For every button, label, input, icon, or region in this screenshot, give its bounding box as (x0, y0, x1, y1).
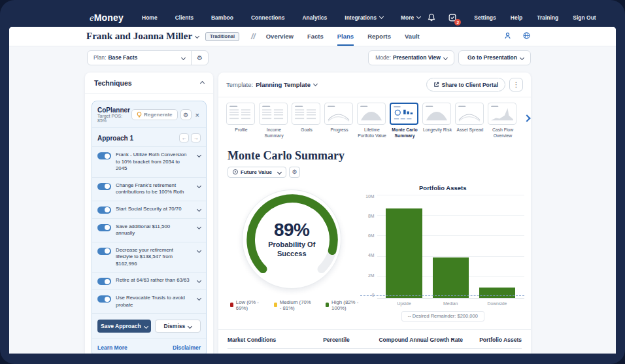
nav-item-connections[interactable]: Connections (251, 14, 284, 21)
nav-item-help[interactable]: Help (511, 14, 522, 21)
technique-label: Retire at 64/63 rather than 63/63 (116, 277, 190, 284)
slide-thumbnail-asset-spread[interactable]: Asset Spread (455, 103, 485, 133)
notification-badge: 2 (454, 19, 461, 25)
technique-row-5[interactable]: Decrease your retirement lifestyle to $1… (92, 242, 206, 273)
plot-area (377, 195, 524, 299)
tab-plans[interactable]: Plans (337, 27, 354, 46)
close-coplanner-button[interactable]: × (194, 111, 201, 119)
coplanner-settings-button[interactable]: ⚙ (180, 109, 192, 120)
more-options-button[interactable]: ⋮ (509, 78, 523, 91)
slide-thumbnail-lifetime-portfolio-value[interactable]: Lifetime Portfolio Value (357, 103, 387, 139)
user-profile-icon[interactable] (503, 31, 512, 42)
previous-approach-button[interactable]: ← (179, 133, 189, 142)
technique-toggle[interactable] (97, 152, 111, 159)
dismiss-button[interactable]: Dismiss (155, 320, 201, 333)
carousel-next-button[interactable] (521, 113, 530, 125)
technique-row-3[interactable]: Start Social Security at 70/70 (92, 201, 206, 218)
y-tick-label: 6M (362, 234, 375, 239)
nav-item-integrations[interactable]: Integrations (345, 14, 383, 21)
learn-more-link[interactable]: Learn More (97, 344, 127, 351)
globe-icon[interactable] (522, 31, 531, 42)
column-header: Portfolio Assets (463, 337, 522, 343)
technique-toggle[interactable] (97, 224, 111, 231)
template-bar: Template: Planning Template Share to Cli… (218, 73, 531, 97)
tab-facts[interactable]: Facts (307, 27, 324, 46)
nav-item-more[interactable]: More (401, 14, 420, 21)
technique-toggle[interactable] (97, 183, 111, 190)
chevron-down-icon (313, 82, 318, 86)
share-to-client-portal-button[interactable]: Share to Client Portal (426, 78, 505, 91)
thumbnail-label: Monte Carlo Summary (390, 127, 420, 139)
kebab-icon: ⋮ (513, 81, 520, 88)
tab-vault[interactable]: Vault (405, 27, 420, 46)
technique-toggle[interactable] (97, 278, 111, 285)
desired-remainder-line (360, 295, 524, 296)
nav-item-sign-out[interactable]: Sign Out (573, 14, 596, 21)
regenerate-label: Regenerate (144, 112, 173, 118)
technique-toggle[interactable] (97, 207, 111, 214)
slide-thumbnail-progress[interactable]: Progress (324, 103, 354, 133)
plan-selector[interactable]: Plan:Base Facts ⚙ (87, 50, 209, 65)
bar-downside (479, 288, 516, 298)
technique-row-6[interactable]: Retire at 64/63 rather than 63/63 (92, 272, 206, 290)
future-value-dropdown[interactable]: Future Value (228, 167, 286, 178)
chevron-down-icon (197, 153, 201, 157)
tab-reports[interactable]: Reports (367, 27, 391, 46)
nav-item-home[interactable]: Home (142, 14, 158, 21)
technique-label: Decrease your retirement lifestyle to $1… (116, 247, 190, 268)
client-name-dropdown[interactable]: Frank and Joanna Miller (86, 31, 199, 42)
techniques-header[interactable]: Techniques (85, 73, 213, 94)
technique-toggle[interactable] (97, 248, 111, 255)
technique-row-4[interactable]: Save additional $11,500 annually (92, 218, 206, 242)
approach-label: Approach 1 (97, 135, 133, 142)
coplanner-card: CoPlanner Target POS: 85% Regenerate ⚙ × (92, 101, 207, 354)
chart-settings-button[interactable]: ⚙ (289, 167, 300, 178)
slide-thumbnail-profile[interactable]: Profile (226, 103, 256, 133)
thumbnail-label: Progress (324, 127, 354, 133)
thumbnail-preview (292, 103, 320, 125)
tasks-icon[interactable]: 2 (448, 13, 457, 22)
nav-item-training[interactable]: Training (537, 14, 558, 21)
technique-label: Start Social Security at 70/70 (116, 206, 190, 213)
probability-gauge: 89% Probability Of Success (242, 190, 341, 289)
slide-thumbnail-income-summary[interactable]: Income Summary (259, 103, 289, 139)
mode-selector[interactable]: Mode:Presentation View (368, 50, 454, 65)
technique-label: Use Revocable Trusts to avoid probate (116, 295, 190, 308)
nav-item-bamboo[interactable]: Bamboo (211, 14, 233, 21)
slide-thumbnail-longevity-risk[interactable]: Longevity Risk (422, 103, 452, 133)
slide-thumbnail-monte-carlo-summary[interactable]: Monte Carlo Summary (390, 103, 420, 139)
technique-row-2[interactable]: Change Frank's retirement contributions … (92, 177, 206, 201)
slide-thumbnail-cash-flow-overview[interactable]: Cash Flow Overview (488, 103, 518, 139)
chevron-down-icon (520, 55, 524, 59)
coplanner-header: CoPlanner Target POS: 85% Regenerate ⚙ × (92, 101, 206, 128)
nav-item-analytics[interactable]: Analytics (302, 14, 327, 21)
legend-swatch (326, 303, 329, 307)
go-to-presentation-button[interactable]: Go to Presentation (458, 50, 531, 65)
plan-settings-button[interactable]: ⚙ (191, 51, 208, 65)
market-conditions-table: Market ConditionsPercentileCompound Annu… (218, 330, 531, 354)
technique-row-7[interactable]: Use Revocable Trusts to avoid probate (92, 290, 206, 313)
filter-row: Future Value ⚙ (218, 167, 531, 182)
nav-item-settings[interactable]: Settings (474, 14, 496, 21)
chevron-down-icon (443, 55, 448, 59)
disclaimer-link[interactable]: Disclaimer (173, 344, 201, 351)
monte-carlo-visuals: 89% Probability Of Success Low (0% - 69%… (218, 182, 531, 322)
legend-swatch (230, 303, 233, 307)
filter-value: Future Value (241, 169, 272, 175)
tab-overview[interactable]: Overview (266, 27, 294, 46)
chevron-down-icon (197, 207, 201, 212)
save-approach-button[interactable]: Save Approach (97, 320, 151, 333)
technique-row-1[interactable]: Frank - Utilize Roth Conversion to 10% b… (92, 146, 206, 177)
regenerate-button[interactable]: Regenerate (131, 109, 178, 120)
gauge-value-label: 89% (268, 220, 315, 240)
breadcrumb-separator: // (251, 32, 256, 41)
technique-toggle[interactable] (97, 295, 111, 303)
slide-thumbnail-goals[interactable]: Goals (292, 103, 322, 133)
template-selector[interactable]: Planning Template (256, 81, 317, 88)
next-approach-button[interactable]: → (191, 133, 201, 142)
notifications-bell-icon[interactable] (427, 13, 436, 22)
top-nav-links: HomeClientsBambooConnectionsAnalyticsInt… (142, 14, 420, 21)
emoney-logo[interactable]: eMoney (90, 12, 124, 24)
nav-item-clients[interactable]: Clients (175, 14, 194, 21)
thumbnail-label: Income Summary (259, 127, 289, 139)
